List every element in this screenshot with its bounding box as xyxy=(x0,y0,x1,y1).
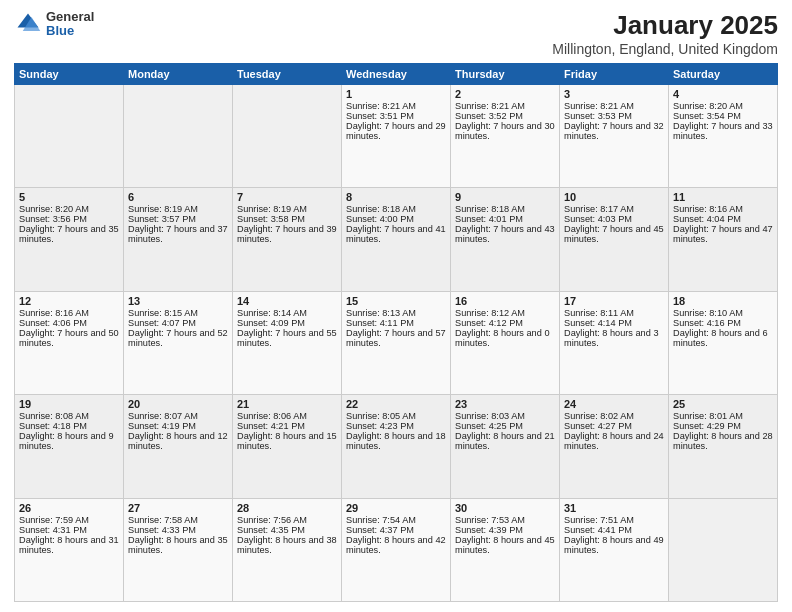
day-info: Sunrise: 8:21 AM xyxy=(564,101,664,111)
day-info: Daylight: 8 hours and 0 minutes. xyxy=(455,328,555,348)
calendar-cell: 18Sunrise: 8:10 AMSunset: 4:16 PMDayligh… xyxy=(669,291,778,394)
page: General Blue January 2025 Millington, En… xyxy=(0,0,792,612)
day-info: Daylight: 8 hours and 24 minutes. xyxy=(564,431,664,451)
day-info: Sunset: 4:00 PM xyxy=(346,214,446,224)
day-info: Sunset: 4:11 PM xyxy=(346,318,446,328)
day-info: Sunset: 4:09 PM xyxy=(237,318,337,328)
day-info: Sunrise: 8:11 AM xyxy=(564,308,664,318)
day-info: Sunrise: 8:15 AM xyxy=(128,308,228,318)
calendar-cell: 2Sunrise: 8:21 AMSunset: 3:52 PMDaylight… xyxy=(451,85,560,188)
day-number: 20 xyxy=(128,398,228,410)
day-info: Sunrise: 7:51 AM xyxy=(564,515,664,525)
day-info: Daylight: 8 hours and 12 minutes. xyxy=(128,431,228,451)
day-number: 4 xyxy=(673,88,773,100)
day-info: Daylight: 7 hours and 45 minutes. xyxy=(564,224,664,244)
day-number: 24 xyxy=(564,398,664,410)
calendar-cell: 4Sunrise: 8:20 AMSunset: 3:54 PMDaylight… xyxy=(669,85,778,188)
calendar-cell: 25Sunrise: 8:01 AMSunset: 4:29 PMDayligh… xyxy=(669,395,778,498)
calendar-cell: 11Sunrise: 8:16 AMSunset: 4:04 PMDayligh… xyxy=(669,188,778,291)
calendar-week-row: 26Sunrise: 7:59 AMSunset: 4:31 PMDayligh… xyxy=(15,498,778,601)
day-info: Sunset: 4:29 PM xyxy=(673,421,773,431)
day-info: Sunrise: 8:03 AM xyxy=(455,411,555,421)
day-info: Sunset: 4:39 PM xyxy=(455,525,555,535)
day-info: Sunset: 4:31 PM xyxy=(19,525,119,535)
day-info: Daylight: 8 hours and 42 minutes. xyxy=(346,535,446,555)
calendar-cell: 14Sunrise: 8:14 AMSunset: 4:09 PMDayligh… xyxy=(233,291,342,394)
day-info: Sunrise: 7:59 AM xyxy=(19,515,119,525)
day-number: 21 xyxy=(237,398,337,410)
calendar-cell: 28Sunrise: 7:56 AMSunset: 4:35 PMDayligh… xyxy=(233,498,342,601)
calendar-cell: 5Sunrise: 8:20 AMSunset: 3:56 PMDaylight… xyxy=(15,188,124,291)
calendar-cell xyxy=(124,85,233,188)
day-number: 30 xyxy=(455,502,555,514)
day-info: Sunrise: 7:56 AM xyxy=(237,515,337,525)
day-info: Sunset: 4:27 PM xyxy=(564,421,664,431)
day-number: 27 xyxy=(128,502,228,514)
day-info: Sunset: 4:19 PM xyxy=(128,421,228,431)
day-info: Sunrise: 8:20 AM xyxy=(19,204,119,214)
day-number: 8 xyxy=(346,191,446,203)
day-info: Sunset: 3:57 PM xyxy=(128,214,228,224)
day-number: 25 xyxy=(673,398,773,410)
day-info: Sunrise: 8:19 AM xyxy=(237,204,337,214)
calendar-cell: 19Sunrise: 8:08 AMSunset: 4:18 PMDayligh… xyxy=(15,395,124,498)
day-info: Sunrise: 8:10 AM xyxy=(673,308,773,318)
calendar-week-row: 19Sunrise: 8:08 AMSunset: 4:18 PMDayligh… xyxy=(15,395,778,498)
calendar-cell: 13Sunrise: 8:15 AMSunset: 4:07 PMDayligh… xyxy=(124,291,233,394)
calendar-week-row: 1Sunrise: 8:21 AMSunset: 3:51 PMDaylight… xyxy=(15,85,778,188)
day-info: Sunset: 3:53 PM xyxy=(564,111,664,121)
calendar-cell: 9Sunrise: 8:18 AMSunset: 4:01 PMDaylight… xyxy=(451,188,560,291)
calendar-cell: 29Sunrise: 7:54 AMSunset: 4:37 PMDayligh… xyxy=(342,498,451,601)
day-info: Sunset: 4:23 PM xyxy=(346,421,446,431)
day-number: 2 xyxy=(455,88,555,100)
day-info: Sunset: 4:14 PM xyxy=(564,318,664,328)
calendar-cell: 30Sunrise: 7:53 AMSunset: 4:39 PMDayligh… xyxy=(451,498,560,601)
day-info: Daylight: 8 hours and 6 minutes. xyxy=(673,328,773,348)
day-number: 31 xyxy=(564,502,664,514)
day-info: Sunset: 4:37 PM xyxy=(346,525,446,535)
day-info: Daylight: 7 hours and 35 minutes. xyxy=(19,224,119,244)
day-info: Sunset: 4:41 PM xyxy=(564,525,664,535)
logo-text: General Blue xyxy=(46,10,94,39)
calendar-cell xyxy=(233,85,342,188)
day-info: Daylight: 7 hours and 43 minutes. xyxy=(455,224,555,244)
day-info: Daylight: 8 hours and 9 minutes. xyxy=(19,431,119,451)
day-info: Daylight: 7 hours and 50 minutes. xyxy=(19,328,119,348)
weekday-header: Monday xyxy=(124,64,233,85)
day-info: Daylight: 8 hours and 35 minutes. xyxy=(128,535,228,555)
calendar-cell: 24Sunrise: 8:02 AMSunset: 4:27 PMDayligh… xyxy=(560,395,669,498)
calendar-cell: 12Sunrise: 8:16 AMSunset: 4:06 PMDayligh… xyxy=(15,291,124,394)
weekday-header: Tuesday xyxy=(233,64,342,85)
calendar-cell: 6Sunrise: 8:19 AMSunset: 3:57 PMDaylight… xyxy=(124,188,233,291)
calendar-cell: 8Sunrise: 8:18 AMSunset: 4:00 PMDaylight… xyxy=(342,188,451,291)
title-block: January 2025 Millington, England, United… xyxy=(552,10,778,57)
day-info: Daylight: 7 hours and 52 minutes. xyxy=(128,328,228,348)
day-info: Sunrise: 8:16 AM xyxy=(19,308,119,318)
day-info: Sunrise: 8:01 AM xyxy=(673,411,773,421)
day-info: Daylight: 8 hours and 38 minutes. xyxy=(237,535,337,555)
day-info: Sunrise: 8:14 AM xyxy=(237,308,337,318)
calendar-cell xyxy=(15,85,124,188)
day-info: Daylight: 7 hours and 29 minutes. xyxy=(346,121,446,141)
day-number: 28 xyxy=(237,502,337,514)
day-info: Daylight: 7 hours and 55 minutes. xyxy=(237,328,337,348)
day-info: Sunrise: 8:02 AM xyxy=(564,411,664,421)
day-info: Sunrise: 8:20 AM xyxy=(673,101,773,111)
day-number: 9 xyxy=(455,191,555,203)
day-info: Sunset: 4:04 PM xyxy=(673,214,773,224)
day-info: Sunset: 4:06 PM xyxy=(19,318,119,328)
calendar-cell: 20Sunrise: 8:07 AMSunset: 4:19 PMDayligh… xyxy=(124,395,233,498)
calendar-subtitle: Millington, England, United Kingdom xyxy=(552,41,778,57)
day-info: Daylight: 7 hours and 30 minutes. xyxy=(455,121,555,141)
calendar-week-row: 5Sunrise: 8:20 AMSunset: 3:56 PMDaylight… xyxy=(15,188,778,291)
calendar-cell: 27Sunrise: 7:58 AMSunset: 4:33 PMDayligh… xyxy=(124,498,233,601)
day-number: 16 xyxy=(455,295,555,307)
day-info: Daylight: 8 hours and 18 minutes. xyxy=(346,431,446,451)
day-info: Sunrise: 8:18 AM xyxy=(346,204,446,214)
day-info: Sunset: 4:21 PM xyxy=(237,421,337,431)
day-info: Sunset: 4:35 PM xyxy=(237,525,337,535)
logo-general: General xyxy=(46,10,94,24)
day-info: Sunset: 4:25 PM xyxy=(455,421,555,431)
calendar-title: January 2025 xyxy=(552,10,778,41)
day-info: Daylight: 8 hours and 31 minutes. xyxy=(19,535,119,555)
